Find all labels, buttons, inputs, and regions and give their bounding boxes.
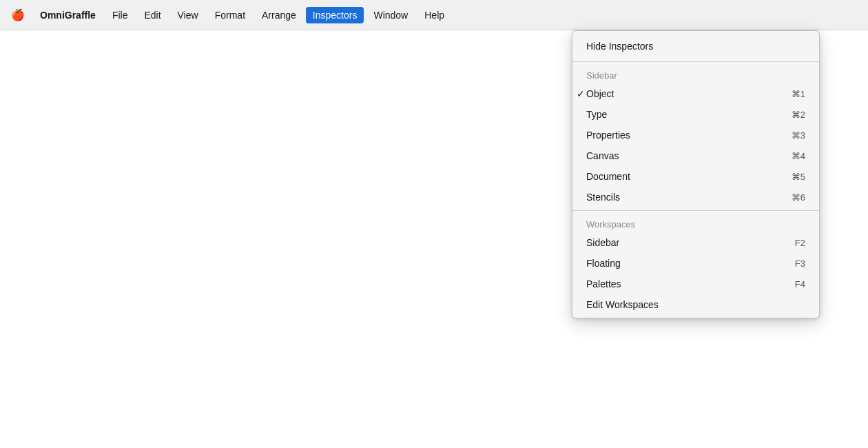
object-checkmark: ✓: [577, 88, 585, 99]
menu-edit[interactable]: Edit: [137, 7, 167, 23]
workspace-palettes-shortcut: F4: [795, 279, 805, 289]
workspace-sidebar-shortcut: F2: [795, 238, 805, 248]
sidebar-properties-item[interactable]: Properties ⌘3: [572, 125, 819, 145]
sidebar-properties-label: Properties: [586, 130, 630, 141]
hide-inspectors-item[interactable]: Hide Inspectors: [572, 34, 819, 59]
workspaces-section-label: Workspaces: [586, 219, 635, 230]
workspace-floating-label: Floating: [586, 258, 621, 269]
sidebar-document-shortcut: ⌘5: [792, 172, 805, 182]
inspectors-dropdown: Hide Inspectors Sidebar ✓ Object ⌘1 Type…: [572, 30, 820, 318]
sidebar-document-label: Document: [586, 171, 630, 182]
workspaces-section-header: Workspaces: [572, 214, 819, 232]
sidebar-stencils-item[interactable]: Stencils ⌘6: [572, 187, 819, 207]
workspaces-section: Workspaces Sidebar F2 Floating F3 Palett…: [572, 211, 819, 318]
sidebar-stencils-shortcut: ⌘6: [792, 192, 805, 203]
menu-window[interactable]: Window: [366, 7, 415, 23]
sidebar-section: Sidebar ✓ Object ⌘1 Type ⌘2 Properties ⌘…: [572, 62, 819, 210]
menu-help[interactable]: Help: [417, 7, 451, 23]
hide-inspectors-label: Hide Inspectors: [586, 41, 653, 52]
app-name[interactable]: OmniGraffle: [33, 7, 103, 23]
menu-file[interactable]: File: [105, 7, 135, 23]
workspace-floating-shortcut: F3: [795, 258, 805, 269]
menu-format[interactable]: Format: [208, 7, 252, 23]
edit-workspaces-item[interactable]: Edit Workspaces: [572, 294, 819, 315]
workspace-palettes-item[interactable]: Palettes F4: [572, 274, 819, 294]
sidebar-stencils-label: Stencils: [586, 192, 620, 203]
menu-view[interactable]: View: [171, 7, 205, 23]
workspace-sidebar-item[interactable]: Sidebar F2: [572, 232, 819, 253]
workspace-palettes-label: Palettes: [586, 278, 621, 289]
sidebar-canvas-shortcut: ⌘4: [792, 151, 805, 161]
menubar: 🍎 OmniGraffle File Edit View Format Arra…: [0, 0, 868, 30]
sidebar-document-item[interactable]: Document ⌘5: [572, 166, 819, 187]
sidebar-type-item[interactable]: Type ⌘2: [572, 104, 819, 125]
sidebar-object-shortcut: ⌘1: [792, 89, 805, 99]
sidebar-object-item[interactable]: ✓ Object ⌘1: [572, 83, 819, 104]
apple-menu[interactable]: 🍎: [6, 6, 30, 24]
sidebar-section-label: Sidebar: [586, 70, 617, 81]
sidebar-object-label: Object: [586, 88, 614, 99]
menu-inspectors[interactable]: Inspectors: [306, 7, 364, 23]
edit-workspaces-label: Edit Workspaces: [586, 299, 659, 310]
sidebar-properties-shortcut: ⌘3: [792, 130, 805, 141]
workspace-sidebar-label: Sidebar: [586, 237, 619, 248]
sidebar-type-label: Type: [586, 109, 607, 120]
workspace-floating-item[interactable]: Floating F3: [572, 253, 819, 274]
menu-arrange[interactable]: Arrange: [255, 7, 303, 23]
menu-section-top: Hide Inspectors: [572, 31, 819, 61]
sidebar-section-header: Sidebar: [572, 65, 819, 83]
sidebar-canvas-label: Canvas: [586, 150, 619, 161]
sidebar-canvas-item[interactable]: Canvas ⌘4: [572, 145, 819, 166]
sidebar-type-shortcut: ⌘2: [792, 110, 805, 120]
